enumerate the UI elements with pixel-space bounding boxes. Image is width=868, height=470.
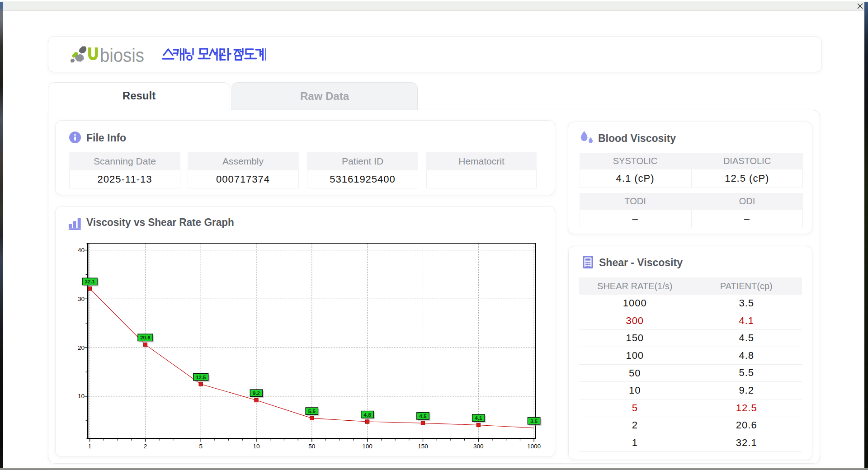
svg-text:4.5: 4.5 bbox=[420, 414, 427, 419]
svg-text:20: 20 bbox=[78, 344, 85, 351]
svg-text:3.5: 3.5 bbox=[530, 418, 538, 424]
svg-text:5.5: 5.5 bbox=[308, 409, 316, 414]
svg-text:10: 10 bbox=[253, 443, 259, 450]
svg-text:50: 50 bbox=[308, 443, 315, 450]
svg-text:32.1: 32.1 bbox=[85, 279, 95, 284]
svg-text:150: 150 bbox=[418, 443, 428, 450]
svg-text:300: 300 bbox=[473, 443, 484, 450]
svg-text:30: 30 bbox=[78, 296, 85, 302]
svg-text:1: 1 bbox=[88, 443, 92, 450]
svg-text:9.2: 9.2 bbox=[253, 390, 260, 396]
svg-text:20.6: 20.6 bbox=[140, 335, 150, 340]
svg-text:40: 40 bbox=[78, 247, 85, 254]
svg-text:5: 5 bbox=[199, 443, 203, 450]
svg-text:4.1: 4.1 bbox=[475, 415, 482, 421]
svg-text:10: 10 bbox=[78, 393, 85, 400]
svg-text:1000: 1000 bbox=[527, 443, 541, 450]
svg-text:12.5: 12.5 bbox=[196, 375, 206, 380]
svg-text:4.8: 4.8 bbox=[364, 412, 372, 418]
svg-text:100: 100 bbox=[362, 443, 373, 450]
svg-text:2: 2 bbox=[144, 443, 147, 450]
